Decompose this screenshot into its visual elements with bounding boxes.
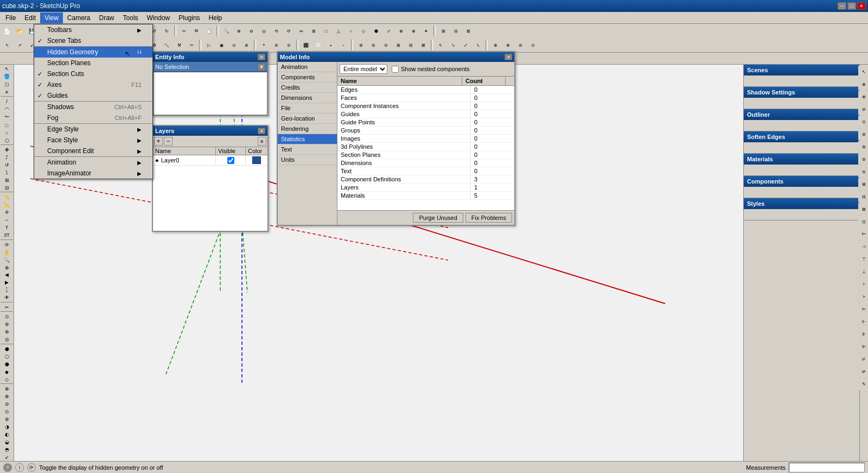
sidebar-animation[interactable]: Animation <box>278 62 337 72</box>
lt-prev-view[interactable]: ◀ <box>1 272 13 279</box>
fix-problems-button[interactable]: Fix Problems <box>465 213 512 223</box>
re-btn-9[interactable]: ⊝ <box>858 166 869 178</box>
re-btn-17[interactable]: ⊥ <box>858 266 869 278</box>
lt-orbit[interactable]: ⟳ <box>1 241 13 248</box>
tb2-23[interactable]: ⬛ <box>300 39 312 51</box>
lt-more7[interactable]: ◐ <box>1 431 13 438</box>
re-btn-22[interactable]: ⊪ <box>858 328 869 340</box>
re-btn-4[interactable]: ⊘ <box>858 103 869 115</box>
menu-camera[interactable]: Camera <box>63 12 95 23</box>
scenes-header[interactable]: Scenes ✕ <box>744 65 868 75</box>
menu-scene-tabs[interactable]: Scene Tabs <box>34 35 152 46</box>
tb-32[interactable]: ⊟ <box>450 25 462 37</box>
tb2-26[interactable]: ▫ <box>337 39 349 51</box>
entity-info-close[interactable]: ✕ <box>258 54 265 60</box>
table-row-faces[interactable]: Faces 0 <box>337 94 514 102</box>
tb2-32[interactable]: ⊠ <box>417 39 429 51</box>
lt-sandbox1[interactable]: ⬢ <box>1 345 13 352</box>
re-btn-15[interactable]: ⊣ <box>858 241 869 253</box>
sidebar-geo-location[interactable]: Geo-location <box>278 113 337 124</box>
tb-11[interactable]: ✂ <box>178 25 190 37</box>
re-btn-21[interactable]: ⊩ <box>858 316 869 327</box>
tb-16[interactable]: ⊖ <box>245 25 257 37</box>
menu-tools[interactable]: Tools <box>119 12 143 23</box>
table-row-3d-poly[interactable]: 3d Polylines 0 <box>337 143 514 151</box>
tb-27[interactable]: ⤢ <box>382 25 394 37</box>
lt-next-view[interactable]: ▶ <box>1 279 13 286</box>
menu-guides[interactable]: Guides <box>34 90 152 101</box>
entity-info-expand[interactable]: ▼ <box>258 63 265 71</box>
re-btn-26[interactable]: ✎ <box>858 378 869 390</box>
sidebar-dimensions[interactable]: Dimensions <box>278 93 337 103</box>
tb-15[interactable]: ⊕ <box>233 25 245 37</box>
tb2-18[interactable]: ⊙ <box>228 39 240 51</box>
tb2-29[interactable]: ⊝ <box>380 39 392 51</box>
table-row-materials[interactable]: Materials 5 <box>337 192 514 200</box>
lt-advanced-cam2[interactable]: ⊚ <box>1 321 13 328</box>
re-btn-13[interactable]: ⊡ <box>858 216 869 228</box>
outliner-header[interactable]: Outliner ✕ <box>744 109 868 120</box>
tb2-14[interactable]: ⚒ <box>173 39 185 51</box>
re-btn-18[interactable]: ⊦ <box>858 278 869 290</box>
tb-33[interactable]: ⊠ <box>462 25 474 37</box>
tb2-24[interactable]: ⬜ <box>312 39 324 51</box>
tb2-16[interactable]: ▷ <box>203 39 215 51</box>
re-btn-2[interactable]: ⊕ <box>858 78 869 90</box>
tb-19[interactable]: ⟳ <box>283 25 295 37</box>
menu-component-edit[interactable]: Component Edit ▶ <box>34 146 152 156</box>
lt-look-around[interactable]: 👁 <box>1 294 13 301</box>
tb-30[interactable]: ✦ <box>420 25 432 37</box>
re-btn-12[interactable]: ⊠ <box>858 203 869 215</box>
lt-scale[interactable]: ⊞ <box>1 176 13 184</box>
layers-add[interactable]: + <box>154 137 163 146</box>
tb-31[interactable]: ⊞ <box>437 25 449 37</box>
show-nested-check[interactable] <box>392 66 399 73</box>
sidebar-file[interactable]: File <box>278 103 337 113</box>
re-btn-25[interactable]: ⊭ <box>858 365 869 377</box>
lt-push-pull[interactable]: ⤴ <box>1 154 13 161</box>
menu-animation[interactable]: Animation ▶ <box>34 157 152 168</box>
menu-edge-style[interactable]: Edge Style ▶ <box>34 124 152 135</box>
lt-more1[interactable]: ⊕ <box>1 386 13 393</box>
menu-hidden-geometry[interactable]: Hidden Geometry H <box>34 47 152 58</box>
re-btn-7[interactable]: ⊛ <box>858 141 869 153</box>
re-btn-5[interactable]: ⊙ <box>858 116 869 128</box>
layers-details[interactable]: ≡ <box>258 137 266 146</box>
tb-22[interactable]: □ <box>320 25 332 37</box>
info-icon[interactable]: i <box>15 463 24 472</box>
layers-delete[interactable]: − <box>164 137 173 146</box>
tb-10[interactable]: ↻ <box>161 25 173 37</box>
re-btn-8[interactable]: ⊜ <box>858 153 869 165</box>
table-row-guides[interactable]: Guides 0 <box>337 110 514 118</box>
lt-dimension[interactable]: ↔ <box>1 217 13 224</box>
lt-circle[interactable]: ○ <box>1 129 13 136</box>
cursor-icon[interactable]: ↖ <box>435 39 446 51</box>
lt-select[interactable]: ↖ <box>1 66 13 73</box>
lt-paint[interactable]: 🪣 <box>1 73 13 80</box>
table-row-layers[interactable]: Layers 1 <box>337 184 514 192</box>
tb2-31[interactable]: ⊟ <box>405 39 417 51</box>
table-row-comp-defs[interactable]: Component Definitions 3 <box>337 175 514 184</box>
shadow-settings-header[interactable]: Shadow Settings ✕ <box>744 87 868 98</box>
lt-protractor[interactable]: 📐 <box>1 201 13 209</box>
re-btn-14[interactable]: ⊢ <box>858 228 869 240</box>
menu-view[interactable]: View <box>40 12 63 23</box>
model-scope-dropdown[interactable]: Entire model <box>340 64 387 74</box>
tb-28[interactable]: ⊗ <box>395 25 407 37</box>
re-btn-19[interactable]: ⊧ <box>858 291 869 302</box>
table-row-groups[interactable]: Groups 0 <box>337 127 514 135</box>
sidebar-components[interactable]: Components <box>278 72 337 83</box>
lt-rotate[interactable]: ↺ <box>1 162 13 169</box>
sidebar-rendering[interactable]: Rendering <box>278 124 337 134</box>
layers-visible-check[interactable] <box>227 157 234 164</box>
re-btn-16[interactable]: ⊤ <box>858 253 869 265</box>
table-row-comp-inst[interactable]: Component Instances 0 <box>337 102 514 110</box>
tb2-39[interactable]: ⊘ <box>514 39 526 51</box>
tb2-38[interactable]: ⊗ <box>502 39 514 51</box>
layers-cell-color[interactable] <box>246 155 267 165</box>
layers-close[interactable]: ✕ <box>258 128 265 134</box>
table-row-guide-pts[interactable]: Guide Points 0 <box>337 118 514 127</box>
tb-14[interactable]: 🔍 <box>220 25 232 37</box>
tb-13[interactable]: 📋 <box>203 25 215 37</box>
tb-25[interactable]: ◇ <box>358 25 369 37</box>
